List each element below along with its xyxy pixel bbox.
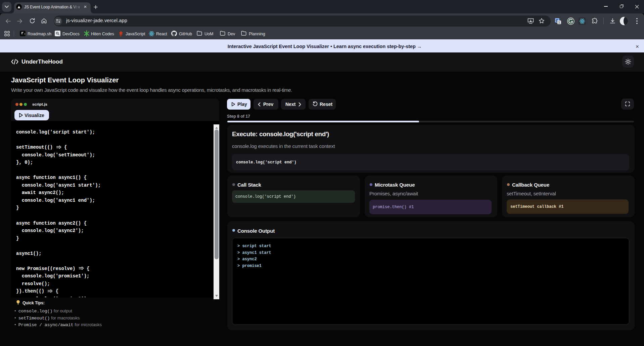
svg-text:文: 文 [558, 21, 561, 24]
